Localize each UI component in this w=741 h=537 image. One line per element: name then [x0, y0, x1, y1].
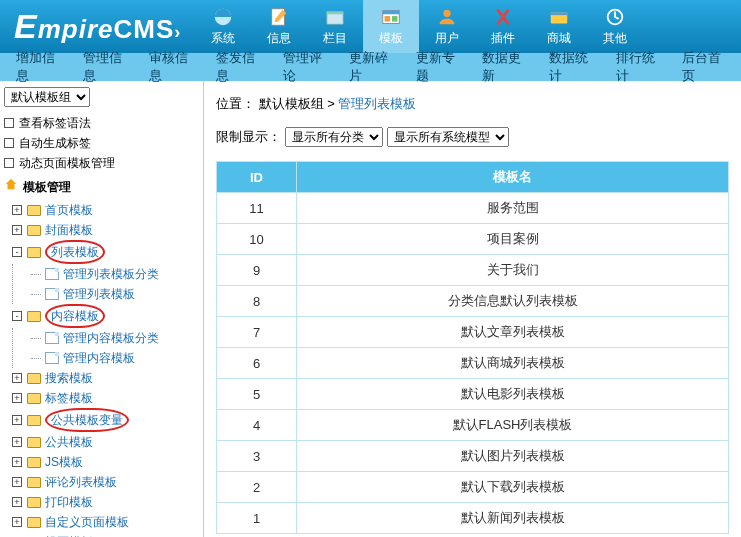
expander-icon[interactable]: -	[12, 311, 22, 321]
folder-icon	[27, 477, 41, 488]
th-id: ID	[217, 162, 297, 193]
nav-系统[interactable]: 系统	[195, 0, 251, 53]
table-row[interactable]: 4默认FLASH列表模板	[217, 410, 729, 441]
cell-name: 默认图片列表模板	[297, 441, 729, 472]
tree-node[interactable]: 标签模板	[45, 388, 93, 408]
expander-icon[interactable]: +	[12, 457, 22, 467]
tree-node[interactable]: 搜索模板	[45, 368, 93, 388]
nav-icon	[322, 6, 348, 28]
nav-icon	[266, 6, 292, 28]
tree-node[interactable]: 公共模板	[45, 432, 93, 452]
nav-信息[interactable]: 信息	[251, 0, 307, 53]
filter-label: 限制显示：	[216, 128, 281, 146]
expander-icon[interactable]: +	[12, 517, 22, 527]
submenu-item[interactable]: 管理评论	[273, 49, 336, 85]
sidebar-link[interactable]: 动态页面模板管理	[19, 153, 115, 173]
submenu-item[interactable]: 更新碎片	[339, 49, 402, 85]
cell-id: 3	[217, 441, 297, 472]
table-row[interactable]: 10项目案例	[217, 224, 729, 255]
sidebar-link[interactable]: 查看标签语法	[19, 113, 91, 133]
nav-插件[interactable]: 插件	[475, 0, 531, 53]
tree-node[interactable]: 打印模板	[45, 492, 93, 512]
expander-icon[interactable]: +	[12, 477, 22, 487]
logo: EmpireCMS›	[0, 7, 195, 46]
filter-model-select[interactable]: 显示所有系统模型	[387, 127, 509, 147]
submenu-item[interactable]: 更新专题	[406, 49, 469, 85]
template-group-select[interactable]: 默认模板组	[4, 87, 90, 107]
tree-node[interactable]: 公共模板变量	[45, 408, 129, 432]
cell-id: 11	[217, 193, 297, 224]
svg-rect-3	[327, 12, 344, 15]
top-nav: 系统信息栏目模板用户插件商城其他	[195, 0, 643, 53]
svg-rect-6	[385, 16, 391, 22]
nav-icon	[546, 6, 572, 28]
table-row[interactable]: 11服务范围	[217, 193, 729, 224]
cell-name: 默认商城列表模板	[297, 348, 729, 379]
cell-id: 9	[217, 255, 297, 286]
tree-node[interactable]: 首页模板	[45, 200, 93, 220]
expander-icon[interactable]: +	[12, 205, 22, 215]
expander-icon[interactable]: +	[12, 393, 22, 403]
expander-icon[interactable]: +	[12, 415, 22, 425]
expander-icon[interactable]: +	[12, 225, 22, 235]
folder-icon	[27, 311, 41, 322]
tree-node[interactable]: 投票模板	[45, 532, 93, 537]
cell-id: 10	[217, 224, 297, 255]
expander-icon[interactable]: +	[12, 437, 22, 447]
nav-商城[interactable]: 商城	[531, 0, 587, 53]
nav-label: 信息	[267, 30, 291, 47]
tree-leaf[interactable]: 管理列表模板分类	[63, 264, 159, 284]
nav-label: 模板	[379, 30, 403, 47]
svg-rect-10	[551, 12, 568, 15]
file-icon	[45, 268, 59, 280]
submenu-item[interactable]: 审核信息	[139, 49, 202, 85]
expander-icon[interactable]: -	[12, 247, 22, 257]
sidebar-link[interactable]: 自动生成标签	[19, 133, 91, 153]
nav-用户[interactable]: 用户	[419, 0, 475, 53]
table-row[interactable]: 9关于我们	[217, 255, 729, 286]
breadcrumb: 位置： 默认模板组 > 管理列表模板	[216, 91, 729, 117]
submenu-item[interactable]: 数据更新	[472, 49, 535, 85]
table-row[interactable]: 2默认下载列表模板	[217, 472, 729, 503]
main-content: 位置： 默认模板组 > 管理列表模板 限制显示： 显示所有分类 显示所有系统模型…	[204, 81, 741, 537]
nav-label: 其他	[603, 30, 627, 47]
table-row[interactable]: 3默认图片列表模板	[217, 441, 729, 472]
tree-node[interactable]: 封面模板	[45, 220, 93, 240]
expander-icon[interactable]: +	[12, 497, 22, 507]
expander-icon[interactable]: +	[12, 373, 22, 383]
cell-name: 默认文章列表模板	[297, 317, 729, 348]
submenu-item[interactable]: 后台首页	[672, 49, 735, 85]
submenu-item[interactable]: 增加信息	[6, 49, 69, 85]
nav-icon	[602, 6, 628, 28]
nav-栏目[interactable]: 栏目	[307, 0, 363, 53]
folder-icon	[27, 415, 41, 426]
tree-leaf[interactable]: 管理内容模板分类	[63, 328, 159, 348]
submenu-item[interactable]: 排行统计	[606, 49, 669, 85]
table-row[interactable]: 6默认商城列表模板	[217, 348, 729, 379]
table-row[interactable]: 5默认电影列表模板	[217, 379, 729, 410]
table-row[interactable]: 8分类信息默认列表模板	[217, 286, 729, 317]
tree-node[interactable]: JS模板	[45, 452, 83, 472]
tree-node[interactable]: 自定义页面模板	[45, 512, 129, 532]
submenu-item[interactable]: 签发信息	[206, 49, 269, 85]
tree-leaf[interactable]: 管理列表模板	[63, 284, 135, 304]
table-row[interactable]: 7默认文章列表模板	[217, 317, 729, 348]
filter-category-select[interactable]: 显示所有分类	[285, 127, 383, 147]
tree-node[interactable]: 列表模板	[45, 240, 105, 264]
cell-id: 1	[217, 503, 297, 534]
nav-label: 系统	[211, 30, 235, 47]
tree-node[interactable]: 内容模板	[45, 304, 105, 328]
cell-name: 默认新闻列表模板	[297, 503, 729, 534]
tree-leaf[interactable]: 管理内容模板	[63, 348, 135, 368]
nav-icon	[378, 6, 404, 28]
nav-其他[interactable]: 其他	[587, 0, 643, 53]
submenu-item[interactable]: 数据统计	[539, 49, 602, 85]
cell-id: 5	[217, 379, 297, 410]
breadcrumb-current[interactable]: 管理列表模板	[338, 96, 416, 111]
nav-模板[interactable]: 模板	[363, 0, 419, 53]
checkbox-icon	[4, 158, 14, 168]
tree-node[interactable]: 评论列表模板	[45, 472, 117, 492]
cell-id: 6	[217, 348, 297, 379]
submenu-item[interactable]: 管理信息	[73, 49, 136, 85]
table-row[interactable]: 1默认新闻列表模板	[217, 503, 729, 534]
